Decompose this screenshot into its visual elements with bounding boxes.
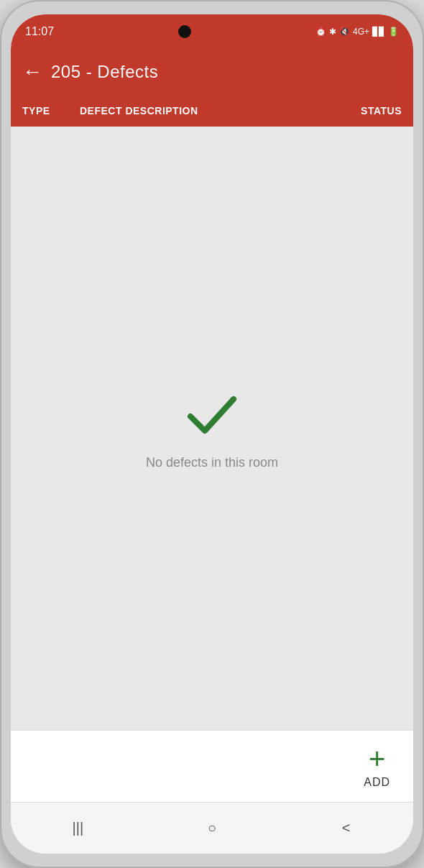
- col-description-header: DEFECT DESCRIPTION: [80, 105, 344, 117]
- col-status-header: STATUS: [344, 105, 402, 117]
- status-time: 11:07: [25, 25, 54, 38]
- page-title: 205 - Defects: [51, 62, 158, 82]
- status-bar: 11:07 ⏰ ✱ 🔇 4G+ ▊▊ 🔋: [11, 14, 413, 49]
- phone-frame: 11:07 ⏰ ✱ 🔇 4G+ ▊▊ 🔋 ← 205 - Defects TYP…: [0, 0, 424, 868]
- back-button[interactable]: ←: [22, 62, 42, 82]
- column-headers: TYPE DEFECT DESCRIPTION STATUS: [11, 95, 413, 127]
- home-button[interactable]: ○: [195, 811, 229, 846]
- bottom-action-bar: + ADD: [11, 730, 413, 802]
- recents-button[interactable]: |||: [60, 811, 95, 846]
- app-bar: ← 205 - Defects: [11, 49, 413, 95]
- bluetooth-icon: ✱: [329, 27, 336, 37]
- add-label: ADD: [364, 776, 390, 789]
- empty-state: No defects in this room: [146, 386, 278, 470]
- bars-icon: ▊▊: [372, 27, 385, 37]
- nav-bar: ||| ○ <: [11, 802, 413, 854]
- alarm-icon: ⏰: [315, 27, 326, 37]
- battery-icon: 🔋: [388, 27, 399, 37]
- status-icons: ⏰ ✱ 🔇 4G+ ▊▊ 🔋: [315, 27, 399, 37]
- add-button[interactable]: + ADD: [364, 744, 390, 789]
- col-type-header: TYPE: [22, 105, 80, 117]
- back-nav-button[interactable]: <: [329, 811, 364, 846]
- main-content: No defects in this room: [11, 127, 413, 730]
- front-camera-icon: [178, 25, 191, 38]
- phone-screen: 11:07 ⏰ ✱ 🔇 4G+ ▊▊ 🔋 ← 205 - Defects TYP…: [11, 14, 413, 854]
- add-plus-icon: +: [369, 744, 385, 773]
- mute-icon: 🔇: [339, 27, 350, 37]
- checkmark-icon: [183, 386, 241, 444]
- signal-icon: 4G+: [353, 27, 369, 37]
- empty-state-message: No defects in this room: [146, 455, 278, 470]
